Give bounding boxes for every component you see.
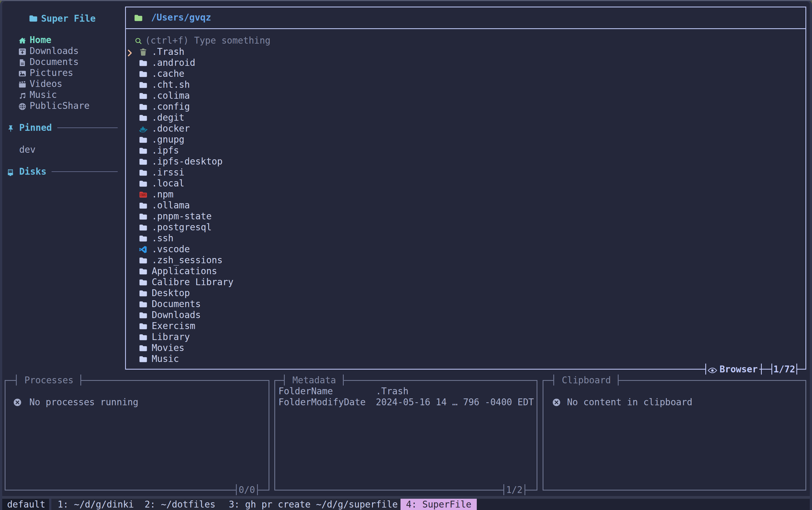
tmux-window-4[interactable]: 4: SuperFile <box>406 499 471 510</box>
file-name: Library <box>152 331 190 342</box>
search-icon <box>135 36 142 44</box>
eye-icon <box>707 365 717 372</box>
svg-text:npm: npm <box>141 193 145 196</box>
download-icon <box>19 47 26 55</box>
pin-icon <box>7 124 14 131</box>
metadata-key: FolderModifyDate <box>279 397 366 408</box>
file-row[interactable]: .degit <box>127 112 785 123</box>
file-row[interactable]: .pnpm-state <box>127 211 785 222</box>
folder-icon <box>139 92 147 100</box>
file-row[interactable]: .ssh <box>127 233 785 244</box>
file-row[interactable]: .ipfs-desktop <box>127 156 785 167</box>
file-row[interactable]: Library <box>127 331 785 342</box>
file-name: .android <box>152 57 195 68</box>
tmux-window-2[interactable]: 2: ~/dotfiles <box>145 499 215 510</box>
folder-icon <box>139 289 147 297</box>
globe-icon <box>19 102 26 110</box>
file-row[interactable]: .android <box>127 57 785 68</box>
file-row[interactable]: .zsh_sessions <box>127 255 785 266</box>
border-tick <box>343 374 344 386</box>
sidebar-section-disks: Disks <box>19 166 46 177</box>
file-row[interactable]: Movies <box>127 342 785 354</box>
metadata-key: FolderName <box>279 386 333 397</box>
file-row[interactable]: .ollama <box>127 200 785 211</box>
film-icon <box>19 80 26 88</box>
empty-clipboard-icon <box>552 398 561 407</box>
file-name: Movies <box>152 342 184 354</box>
file-row[interactable]: Music <box>127 354 785 364</box>
folder-icon <box>139 114 147 122</box>
file-name: .vscode <box>152 244 190 255</box>
folder-icon <box>139 136 147 144</box>
sidebar-item-home[interactable]: Home <box>30 34 51 46</box>
file-row[interactable]: .postgresql <box>127 222 785 233</box>
path-text: /Users/gvqz <box>151 12 211 23</box>
file-row[interactable]: .local <box>127 178 785 189</box>
sidebar-item-downloads[interactable]: Downloads <box>30 46 79 57</box>
metadata-counter: 1/2 <box>503 484 525 495</box>
no-processes-icon <box>13 398 22 407</box>
file-name: Documents <box>152 299 201 309</box>
sidebar-item-music[interactable]: Music <box>30 89 57 100</box>
file-row[interactable]: .cht.sh <box>127 79 785 90</box>
folder-icon <box>139 223 147 232</box>
file-row[interactable]: .docker <box>127 123 785 134</box>
file-row[interactable]: Applications <box>127 266 785 277</box>
metadata-title: Metadata <box>284 374 344 386</box>
file-row[interactable]: Downloads <box>127 309 785 321</box>
file-row[interactable]: npm .npm <box>127 189 785 200</box>
file-row[interactable]: Exercism <box>127 321 785 331</box>
metadata-value: 2024-05-16 14 … 796 -0400 EDT <box>376 397 534 408</box>
folder-icon <box>139 102 147 111</box>
file-row[interactable]: .config <box>127 101 785 112</box>
folder-icon <box>139 234 147 242</box>
file-name: .degit <box>152 112 184 123</box>
file-row[interactable]: .ipfs <box>127 145 785 156</box>
panel-mode-status: Browser <box>706 364 759 374</box>
file-name: .cache <box>152 68 184 79</box>
sidebar-item-publicshare[interactable]: PublicShare <box>30 100 90 111</box>
file-row[interactable]: .colima <box>127 90 785 101</box>
sidebar-item-documents[interactable]: Documents <box>30 57 79 67</box>
terminal-window: Super File Home Downloads Documents Pict… <box>0 0 812 510</box>
file-row[interactable]: Desktop <box>127 288 785 299</box>
folder-icon <box>139 355 147 363</box>
selection-cursor-icon <box>127 48 133 56</box>
npm-icon: npm <box>139 190 147 199</box>
folder-icon <box>139 157 147 166</box>
house-icon <box>19 36 26 44</box>
file-row[interactable]: .vscode <box>127 244 785 255</box>
folder-icon <box>139 322 147 330</box>
music-icon <box>19 91 26 99</box>
file-name: .irssi <box>152 167 184 178</box>
processes-empty-message: No processes running <box>29 397 138 408</box>
tmux-window-1[interactable]: 1: ~/d/g/dinki <box>58 499 134 510</box>
border-tick <box>761 364 762 374</box>
border-tick <box>796 364 797 374</box>
file-row[interactable]: .cache <box>127 68 785 79</box>
file-row[interactable]: .irssi <box>127 167 785 178</box>
file-row[interactable]: Documents <box>127 299 785 309</box>
file-name: .cht.sh <box>152 79 190 90</box>
file-name: .gnupg <box>152 134 184 145</box>
file-name: .zsh_sessions <box>152 255 223 266</box>
sidebar-item-videos[interactable]: Videos <box>30 79 62 89</box>
border-tick <box>618 374 618 386</box>
folder-icon <box>139 81 147 89</box>
tmux-separator <box>49 499 51 510</box>
file-name: Music <box>152 354 179 364</box>
file-row[interactable]: .gnupg <box>127 134 785 145</box>
border-tick <box>524 484 525 495</box>
search-input[interactable]: (ctrl+f) Type something <box>145 35 270 46</box>
folder-icon <box>139 300 147 308</box>
image-icon <box>19 69 26 77</box>
file-row[interactable]: .Trash <box>127 46 785 57</box>
vscode-icon <box>139 245 147 253</box>
sidebar-pinned-item-dev[interactable]: dev <box>19 144 36 155</box>
file-name: .colima <box>152 90 190 101</box>
tmux-window-3[interactable]: 3: gh pr create ~/d/g/superfile <box>229 499 398 510</box>
file-row[interactable]: Calibre Library <box>127 277 785 288</box>
sidebar-item-pictures[interactable]: Pictures <box>30 67 73 79</box>
usb-icon <box>7 168 14 176</box>
file-name: Downloads <box>152 309 201 321</box>
